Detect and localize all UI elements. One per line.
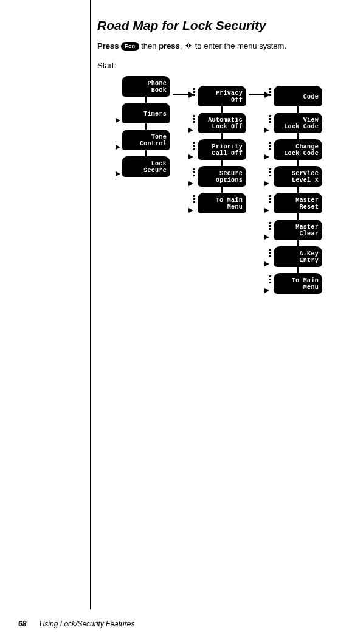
node-line: Code [303, 94, 319, 101]
node-line: Off [231, 97, 243, 104]
page-number: 68 [18, 620, 26, 628]
instruction-line: Press Fcn then press, to enter the menu … [97, 40, 340, 52]
node-line: Lock Code [284, 123, 319, 131]
node-phone-book: Phone Book [122, 76, 170, 97]
connector [221, 106, 223, 113]
node-code: Code [274, 86, 322, 106]
start-label: Start: [97, 61, 340, 70]
svg-marker-18 [264, 208, 269, 213]
scroll-tri-icon [264, 232, 269, 243]
content-area: Road Map for Lock Security Press Fcn the… [97, 18, 340, 368]
connector [297, 133, 299, 139]
connector [221, 133, 223, 139]
svg-marker-11 [188, 181, 193, 186]
node-line: Menu [227, 204, 243, 211]
svg-rect-2 [188, 47, 189, 49]
branch-arrow-icon [173, 91, 195, 102]
node-privacy-off: Privacy Off [198, 86, 246, 106]
branch-arrow-icon [249, 91, 271, 102]
node-line: Tone [151, 134, 167, 141]
node-to-main-menu-1: To Main Menu [198, 193, 246, 213]
node-line: A-Key [299, 251, 319, 258]
entry-dots-icon [269, 222, 271, 230]
press-word-1: Press [97, 41, 119, 50]
node-line: Phone [147, 80, 167, 88]
entry-dots-icon [269, 249, 271, 257]
node-line: Master [295, 197, 319, 204]
node-line: Lock Off [212, 123, 243, 131]
nav-key-icon [184, 41, 193, 53]
node-lock-secure: Lock Secure [122, 156, 170, 177]
svg-marker-6 [116, 171, 120, 176]
node-line: Control [140, 140, 167, 148]
fcn-key-icon: Fcn [121, 42, 139, 52]
node-line: Secure [143, 167, 167, 175]
svg-marker-0 [185, 44, 188, 47]
entry-dots-icon [269, 275, 271, 283]
node-line: Automatic [208, 117, 243, 124]
connector [297, 240, 299, 246]
node-secure-options: Secure Options [198, 166, 246, 187]
svg-marker-19 [264, 235, 269, 240]
node-view-lock-code: View Lock Code [274, 113, 322, 133]
svg-rect-1 [188, 43, 189, 44]
scroll-tri-icon [264, 205, 269, 216]
scroll-tri-icon [116, 168, 120, 179]
node-line: Reset [299, 204, 319, 211]
scroll-tri-icon [264, 178, 269, 189]
entry-dots-icon [269, 168, 271, 176]
then-word: then [141, 41, 156, 50]
node-line: To Main [292, 277, 319, 285]
svg-marker-5 [116, 145, 120, 150]
node-timers: Timers [122, 103, 170, 123]
comma: , [180, 41, 182, 50]
page-footer: 68 Using Lock/Security Features [18, 620, 134, 628]
connector [297, 187, 299, 193]
scroll-tri-icon [264, 125, 269, 136]
svg-marker-10 [188, 154, 193, 159]
svg-marker-17 [264, 181, 269, 186]
node-master-clear: Master Clear [274, 220, 322, 240]
entry-dots-icon [269, 195, 271, 203]
connector [221, 187, 223, 193]
entry-dots-icon [269, 115, 271, 123]
svg-marker-16 [264, 154, 269, 159]
node-line: Call Off [212, 150, 243, 158]
svg-marker-9 [188, 128, 193, 133]
node-line: Clear [299, 230, 319, 238]
node-line: To Main [216, 197, 243, 204]
entry-dots-icon [193, 142, 195, 150]
scroll-tri-icon [264, 285, 269, 296]
margin-rule [90, 0, 91, 609]
connector [297, 160, 299, 166]
connector [145, 123, 147, 130]
scroll-tri-icon [188, 178, 193, 189]
page-title: Road Map for Lock Security [97, 18, 340, 33]
connector [221, 160, 223, 166]
node-line: View [303, 117, 319, 124]
scroll-tri-icon [116, 142, 120, 153]
entry-dots-icon [193, 88, 195, 96]
connector [297, 213, 299, 220]
entry-dots-icon [269, 88, 271, 96]
section-title: Using Lock/Security Features [40, 620, 135, 628]
svg-marker-21 [264, 288, 269, 293]
scroll-tri-icon [188, 205, 193, 216]
entry-dots-icon [269, 142, 271, 150]
node-line: Book [151, 87, 167, 94]
node-line: Timers [143, 111, 167, 118]
svg-marker-4 [116, 118, 120, 123]
scroll-tri-icon [264, 151, 269, 162]
node-line: Privacy [216, 90, 243, 97]
node-a-key-entry: A-Key Entry [274, 246, 322, 267]
node-line: Service [292, 170, 319, 178]
menu-roadmap-diagram: Phone Book Timers Tone Control Lock Secu… [97, 76, 340, 368]
node-line: Lock Code [284, 150, 319, 158]
scroll-tri-icon [264, 258, 269, 269]
node-master-reset: Master Reset [274, 193, 322, 213]
connector [297, 106, 299, 113]
node-line: Secure [219, 170, 243, 178]
svg-marker-3 [189, 44, 192, 47]
scroll-tri-icon [116, 115, 120, 126]
node-line: Level X [292, 177, 319, 184]
